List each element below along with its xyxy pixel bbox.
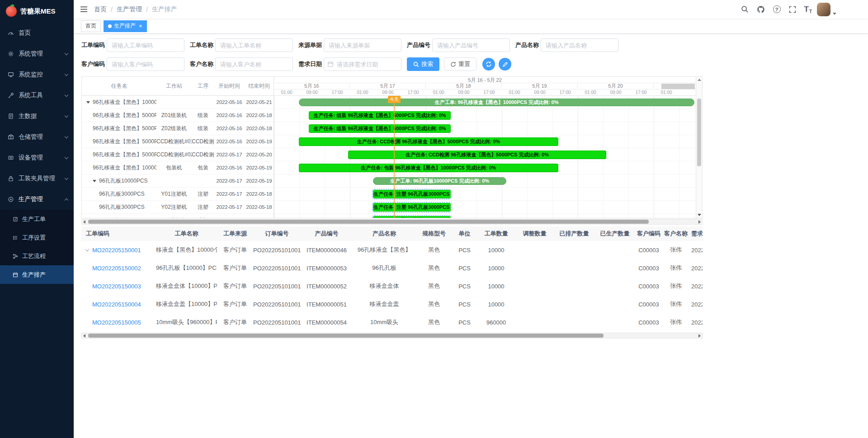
search-submit-button[interactable]: 搜索 xyxy=(407,57,439,71)
workorder-row[interactable]: MO202205150005 10mm吸头【960000】PCS 客户订单 PO… xyxy=(81,313,703,331)
sidebar-item-fixture-mgmt[interactable]: 工装夹具管理 xyxy=(0,168,74,189)
sidebar-item-system-mgmt[interactable]: 系统管理 xyxy=(0,43,74,64)
user-menu[interactable] xyxy=(817,3,836,16)
sidebar-item-process-settings[interactable]: 工序设置 xyxy=(0,228,74,247)
fullscreen-button[interactable] xyxy=(789,6,796,13)
sidebar-item-system-tools[interactable]: 系统工具 xyxy=(0,85,74,106)
sidebar-item-production-schedule[interactable]: 生产排产 xyxy=(0,265,74,284)
tab-home[interactable]: 首页 xyxy=(81,20,101,32)
gantt-chart-body: 今天 生产工单: 96孔移液盒【黑色】10000PCS 完成比例: 0% 生产任… xyxy=(274,96,696,218)
workorder-row[interactable]: MO202205150001 移液盒【黑色】10000个 客户订单 PO2022… xyxy=(81,241,703,259)
scroll-left-icon[interactable] xyxy=(83,334,85,338)
customer-name-input[interactable] xyxy=(215,57,293,71)
collapse-triangle-icon[interactable] xyxy=(86,101,90,104)
scroll-up-icon[interactable] xyxy=(698,79,701,81)
workorder-code-link[interactable]: MO202205150003 xyxy=(92,283,141,290)
tab-production-schedule[interactable]: 生产排产 × xyxy=(104,20,147,32)
gantt-horizontal-scrollbar[interactable] xyxy=(81,219,703,225)
scroll-right-icon[interactable] xyxy=(698,334,701,338)
scroll-left-icon[interactable] xyxy=(83,220,85,224)
workorder-code-link[interactable]: MO202205150002 xyxy=(92,265,141,272)
filter-customer-code: 客户编码 xyxy=(81,57,190,71)
edit-schedule-button[interactable] xyxy=(499,58,511,71)
sidebar-item-system-monitor[interactable]: 系统监控 xyxy=(0,64,74,85)
process-icon xyxy=(13,235,18,240)
gantt-row[interactable]: 96孔移液盒【黑色】10000PCS 包装机 包装 2022-05-16 202… xyxy=(82,161,274,174)
gantt-bar-task[interactable]: 生产任务: 包装 96孔移液盒【黑色】10000PCS 完成比例: 0% xyxy=(299,164,558,172)
sidebar-toggle-button[interactable] xyxy=(74,6,94,13)
scrollbar-thumb[interactable] xyxy=(697,99,701,166)
sidebar-item-home[interactable]: 首页 xyxy=(0,23,74,43)
sync-icon xyxy=(486,61,492,67)
gantt-bar-task[interactable]: 生产任务: CCD检测 96孔移液盒【黑色】5000PCS 完成比例: 0% xyxy=(299,137,558,146)
document-icon xyxy=(8,113,14,119)
workorder-name-input[interactable] xyxy=(215,38,293,52)
workorder-row[interactable]: MO202205150003 移液盒盒体【10000】PCS 客户订单 PO20… xyxy=(81,277,703,295)
github-button[interactable] xyxy=(757,5,765,14)
gantt-bar-task[interactable]: 生产任务: 组装 96孔移液盒【黑色】5000PCS 完成比例: 0% xyxy=(309,124,450,133)
collapse-triangle-icon[interactable] xyxy=(93,180,96,182)
gantt-bar-task-selected[interactable]: 生产任务: 注塑 96孔孔板3000PCS 完成比例: 0% xyxy=(373,203,451,212)
product-name-input[interactable] xyxy=(541,38,618,52)
font-size-button[interactable]: T xyxy=(804,5,809,14)
workorder-code-link[interactable]: MO202205150001 xyxy=(92,247,141,254)
gantt-bar-task[interactable]: 生产任务: CCD检测 96孔移液盒【黑色】5000PCS 完成比例: 0% xyxy=(348,151,606,159)
gantt-vertical-scrollbar[interactable] xyxy=(696,77,702,218)
timeline-hour-row: 01:00 09:00 17:00 01:00 09:00 17:00 01:0… xyxy=(274,89,696,96)
scroll-right-icon[interactable] xyxy=(698,220,701,224)
gantt-row-clipped[interactable]: 96孔孔板3000PCS Y03注塑机 注塑 2022-05-17 2022-0… xyxy=(82,214,274,218)
chevron-down-icon xyxy=(65,155,68,159)
gantt-row[interactable]: 96孔移液盒【黑色】5000PCS Z01组装机 组装 2022-05-16 2… xyxy=(82,109,274,122)
sidebar-item-process-flow[interactable]: 工艺流程 xyxy=(0,247,74,265)
gantt-lane: 生产任务: 包装 96孔移液盒【黑色】10000PCS 完成比例: 0% xyxy=(274,161,696,174)
app-logo[interactable]: 苦糖果MES xyxy=(0,0,74,23)
sidebar-item-device-mgmt[interactable]: 设备管理 xyxy=(0,147,74,168)
gantt-row[interactable]: 96孔移液盒【黑色】5000PCS Z02组装机 组装 2022-05-16 2… xyxy=(82,122,274,135)
breadcrumb-home[interactable]: 首页 xyxy=(94,5,107,14)
gantt-bar-workorder[interactable]: 生产工单: 96孔孔板10000PCS 完成比例: 0% xyxy=(373,177,506,185)
scrollbar-thumb[interactable] xyxy=(88,220,649,224)
today-marker-line: 今天 xyxy=(394,96,395,218)
workorder-code-link[interactable]: MO202205150004 xyxy=(92,301,141,308)
gantt-row[interactable]: 96孔孔板3000PCS Y01注塑机 注塑 2022-05-17 2022-0… xyxy=(82,188,274,201)
scroll-down-icon[interactable] xyxy=(698,214,701,216)
gantt-row[interactable]: 96孔移液盒【黑色】5000PCS CCD检测机#02 CCD检测 2022-0… xyxy=(82,148,274,161)
sidebar-item-master-data[interactable]: 主数据 xyxy=(0,106,74,127)
refresh-gantt-button[interactable] xyxy=(482,58,495,71)
timeline-day-row: 5月 16 5月 17 5月 18 5月 19 5月 20 xyxy=(274,83,696,89)
help-icon: ? xyxy=(773,5,781,13)
gantt-bar-workorder[interactable]: 生产工单: 96孔移液盒【黑色】10000PCS 完成比例: 0% xyxy=(299,99,694,106)
gantt-bar-task[interactable]: 生产任务: 注塑 96孔孔板3000PCS 完成比例: 0% xyxy=(373,216,451,218)
product-code-input[interactable] xyxy=(432,38,510,52)
sidebar-item-production-mgmt[interactable]: 生产管理 xyxy=(0,189,74,210)
breadcrumb-separator: / xyxy=(146,6,148,13)
tools-icon xyxy=(8,92,14,99)
gantt-row[interactable]: 96孔孔板10000PCS 2022-05-17 2022-05-19 xyxy=(82,174,274,188)
workorder-code-link[interactable]: MO202205150005 xyxy=(92,319,141,326)
help-button[interactable]: ? xyxy=(773,5,781,13)
sidebar-item-production-workorder[interactable]: 生产工单 xyxy=(0,210,74,228)
source-doc-input[interactable] xyxy=(324,38,401,52)
customer-code-input[interactable] xyxy=(107,57,184,71)
sidebar-item-warehouse-mgmt[interactable]: 仓储管理 xyxy=(0,127,74,147)
calendar-icon xyxy=(327,61,334,67)
gantt-bar-task[interactable]: 生产任务: 组装 96孔移液盒【黑色】5000PCS 完成比例: 0% xyxy=(309,111,450,120)
workorder-row[interactable]: MO202205150002 96孔孔板【10000】PCS 客户订单 PO20… xyxy=(81,259,703,277)
gantt-row[interactable]: 96孔移液盒【黑色】5000PCS CCD检测机#01 CCD检测 2022-0… xyxy=(82,135,274,148)
workorder-row[interactable]: MO202205150004 移液盒盒盖【10000】PCS 客户订单 PO20… xyxy=(81,295,703,313)
gantt-bar-task-selected[interactable]: 生产任务: 注塑 96孔孔板3000PCS 完成比例: 0% xyxy=(373,190,451,198)
search-button[interactable] xyxy=(741,5,749,13)
gantt-row[interactable]: 96孔移液盒【黑色】10000PCS 2022-05-16 2022-05-21 xyxy=(82,96,274,109)
filter-customer-name: 客户名称 xyxy=(190,57,298,71)
table-horizontal-scrollbar[interactable] xyxy=(81,333,703,339)
today-badge: 今天 xyxy=(388,96,401,103)
gantt-row[interactable]: 96孔孔板3000PCS Y02注塑机 注塑 2022-05-17 2022-0… xyxy=(82,201,274,214)
gantt-lane: 生产任务: 注塑 96孔孔板3000PCS 完成比例: 0% xyxy=(274,188,696,201)
reset-button[interactable]: 重置 xyxy=(444,57,476,71)
scrollbar-thumb[interactable] xyxy=(88,334,604,338)
expand-chevron-icon[interactable] xyxy=(85,248,89,251)
workorder-code-input[interactable] xyxy=(107,38,184,52)
breadcrumb-production-mgmt[interactable]: 生产管理 xyxy=(117,5,142,14)
close-icon[interactable]: × xyxy=(139,23,142,29)
demand-date-input[interactable] xyxy=(324,57,401,71)
